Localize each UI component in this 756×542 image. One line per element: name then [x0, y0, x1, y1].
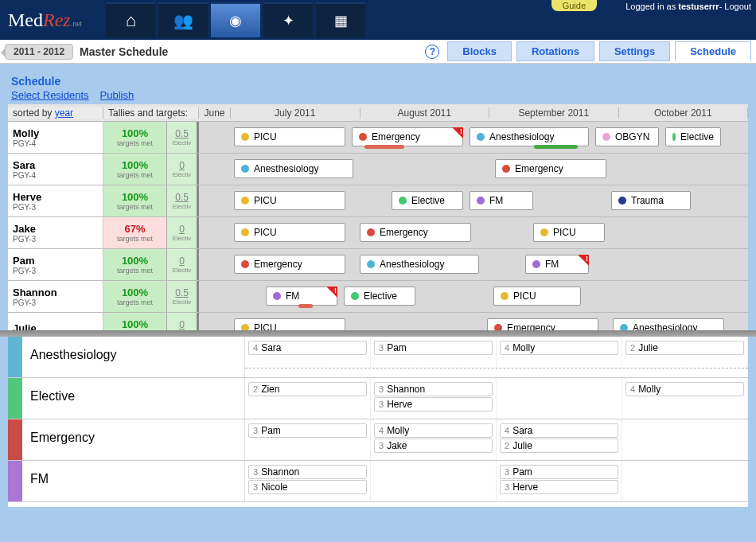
rotation-block[interactable]: Anesthesiology	[613, 318, 724, 330]
assignment-chip[interactable]: 4Sara	[500, 423, 618, 438]
assignment-chip[interactable]: 2Julie	[625, 341, 744, 355]
rotation-block[interactable]: Anesthesiology	[360, 255, 479, 274]
rotation-block[interactable]: Anesthesiology	[470, 127, 589, 146]
color-dot	[367, 228, 375, 236]
assignment-chip[interactable]: 3Pam	[374, 341, 493, 355]
rotation-block[interactable]: Trauma	[611, 191, 691, 210]
assignment-chip[interactable]: 2Julie	[500, 439, 618, 453]
resident-cell[interactable]: SaraPGY-4	[8, 154, 103, 185]
rotation-block[interactable]: FM	[266, 287, 337, 306]
resident-cell[interactable]: Julie	[8, 313, 103, 330]
assignment-chip[interactable]: 3Herve	[374, 397, 493, 411]
assignment-chip[interactable]: 3Pam	[248, 423, 367, 438]
tab-schedule[interactable]: Schedule	[675, 41, 751, 61]
select-residents-link[interactable]: Select Residents	[11, 89, 89, 101]
assignment-chip[interactable]: 2Zien	[248, 382, 367, 396]
nav-wreath[interactable]: ✦	[263, 2, 313, 37]
rotation-block[interactable]: OBGYN	[595, 127, 659, 146]
assignment-chip[interactable]: 4Molly	[625, 382, 744, 396]
chip-name: Pam	[512, 466, 532, 478]
nav-people[interactable]: 👥	[158, 2, 208, 37]
chip-num: 4	[630, 384, 635, 394]
resident-cell[interactable]: PamPGY-3	[8, 249, 103, 280]
rotation-block[interactable]: PICU	[234, 318, 345, 330]
resident-cell[interactable]: HervePGY-3	[8, 185, 103, 216]
resident-cell[interactable]: JakePGY-3	[8, 217, 103, 248]
extra-cell[interactable]: 0Electiv	[167, 249, 199, 280]
assignment-chip[interactable]: 3Shannon	[374, 382, 493, 396]
publish-link[interactable]: Publish	[100, 89, 134, 101]
rotation-block[interactable]: Emergency	[360, 223, 471, 242]
sort-key-link[interactable]: year	[55, 107, 73, 119]
tab-rotations[interactable]: Rotations	[516, 41, 594, 61]
extra-cell[interactable]: 0.5Electiv	[167, 185, 199, 216]
nav-calendar[interactable]: ▦	[316, 2, 365, 37]
chip-name: Molly	[512, 342, 535, 353]
rotation-cell	[622, 461, 748, 501]
assignment-chip[interactable]: 3Jake	[374, 439, 493, 453]
assignment-chip[interactable]: 4Molly	[500, 341, 618, 355]
guide-tab[interactable]: Guide	[551, 0, 597, 11]
rotation-block[interactable]: Emergency	[234, 255, 345, 274]
chip-num: 3	[379, 343, 384, 353]
resident-cell[interactable]: ShannonPGY-3	[8, 281, 103, 312]
extra-cell[interactable]: 0.5Electiv	[167, 281, 199, 312]
assignment-chip[interactable]: 3Pam	[500, 465, 618, 479]
rotation-block[interactable]: PICU	[533, 223, 605, 242]
extra-num: 0.5	[175, 192, 189, 203]
rotation-panel[interactable]: Anesthesiology4Sara3Pam4Molly2JulieElect…	[8, 337, 748, 507]
rotation-block[interactable]: PICU	[234, 191, 345, 210]
nav-home[interactable]: ⌂	[106, 2, 155, 37]
rotation-block[interactable]: FM	[525, 255, 589, 274]
resident-row: SaraPGY-4100%targets met0ElectivAnesthes…	[8, 154, 748, 185]
tab-blocks[interactable]: Blocks	[447, 41, 512, 61]
tally-cell[interactable]: 67%targets met	[103, 217, 167, 248]
tally-cell[interactable]: 100%targets met	[103, 313, 167, 330]
nav-rotations[interactable]: ◉	[211, 2, 260, 37]
assignment-chip[interactable]: 4Molly	[374, 423, 493, 438]
rotation-block[interactable]: Emergency	[487, 318, 598, 330]
extra-cell[interactable]: 0.5Electiv	[167, 122, 199, 153]
chip-name: Shannon	[387, 384, 425, 395]
extra-cell[interactable]: 0Electiv	[167, 313, 199, 330]
block-label: Emergency	[515, 163, 563, 174]
resident-rows[interactable]: MollyPGY-4100%targets met0.5ElectivPICUE…	[8, 122, 748, 330]
assignment-chip[interactable]: 3Shannon	[248, 465, 367, 479]
assignment-chip[interactable]: 4Sara	[248, 341, 367, 355]
block-label: Anesthesiology	[633, 322, 697, 330]
tally-pct: 100%	[122, 191, 148, 203]
tally-cell[interactable]: 100%targets met	[103, 154, 167, 185]
logout-link[interactable]: - Logout	[719, 2, 751, 11]
nav-icons: ⌂ 👥 ◉ ✦ ▦	[106, 2, 365, 37]
chip-num: 3	[379, 400, 384, 409]
rotation-block[interactable]: Elective	[392, 191, 463, 210]
chip-name: Shannon	[261, 466, 299, 478]
block-label: PICU	[254, 227, 277, 238]
extra-num: 0	[179, 255, 185, 267]
split-bar[interactable]	[0, 330, 756, 337]
resident-cell[interactable]: MollyPGY-4	[8, 122, 103, 153]
tally-cell[interactable]: 100%targets met	[103, 185, 167, 216]
rotation-color	[8, 337, 22, 377]
rotation-block[interactable]: PICU	[493, 287, 581, 306]
assignment-chip[interactable]: 3Nicole	[248, 480, 367, 494]
tally-cell[interactable]: 100%targets met	[103, 122, 167, 153]
extra-num: 0.5	[175, 287, 189, 298]
rotation-block[interactable]: PICU	[234, 127, 345, 146]
rotation-block[interactable]: Elective	[665, 127, 721, 146]
tally-cell[interactable]: 100%targets met	[103, 281, 167, 312]
rotation-block[interactable]: Emergency	[352, 127, 463, 146]
help-icon[interactable]: ?	[425, 45, 439, 59]
rotation-block[interactable]: PICU	[234, 223, 345, 242]
rotation-block[interactable]: Elective	[344, 287, 415, 306]
month-header: October 2011	[619, 107, 749, 119]
tally-cell[interactable]: 100%targets met	[103, 249, 167, 280]
year-selector[interactable]: 2011 - 2012	[5, 44, 73, 60]
tab-settings[interactable]: Settings	[599, 41, 670, 61]
rotation-block[interactable]: Emergency	[495, 159, 606, 178]
extra-cell[interactable]: 0Electiv	[167, 217, 199, 248]
extra-cell[interactable]: 0Electiv	[167, 154, 199, 185]
rotation-block[interactable]: FM	[470, 191, 533, 210]
assignment-chip[interactable]: 3Herve	[500, 480, 618, 494]
rotation-block[interactable]: Anesthesiology	[234, 159, 353, 178]
